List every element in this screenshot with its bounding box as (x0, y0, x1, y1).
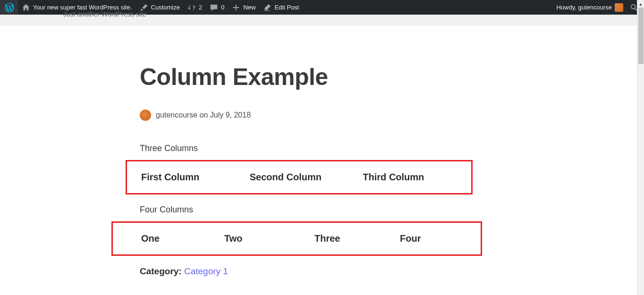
comment-icon (210, 3, 218, 12)
admin-bar-left: Your new super fast WordPress site. Cust… (0, 0, 303, 15)
col-2: Second Column (250, 172, 358, 183)
home-icon (22, 3, 30, 12)
edit-post-label: Edit Post (274, 4, 299, 11)
site-name-text: Your new super fast WordPress site. (33, 4, 132, 11)
new-label: New (243, 4, 255, 11)
plus-icon (232, 3, 240, 12)
post-category: Category: Category 1 (140, 266, 637, 277)
updates-count: 2 (199, 4, 202, 11)
updates-menu[interactable]: 2 (184, 0, 206, 15)
user-avatar (615, 3, 623, 12)
author-link[interactable]: gutencourse (156, 111, 197, 119)
post: Column Example gutencourse on July 9, 20… (140, 25, 637, 277)
col-3: Three (305, 233, 395, 244)
new-content-menu[interactable]: New (228, 0, 259, 15)
wp-logo-menu[interactable] (0, 0, 18, 15)
three-columns-label: Three Columns (140, 143, 637, 153)
three-columns-block: First Column Second Column Third Column (126, 160, 473, 194)
page-content: Column Example gutencourse on July 9, 20… (0, 25, 637, 295)
four-columns-label: Four Columns (140, 205, 637, 215)
customize-label: Customize (151, 4, 180, 11)
col-2: Two (222, 233, 305, 244)
comments-menu[interactable]: 0 (206, 0, 228, 15)
category-link[interactable]: Category 1 (184, 266, 228, 276)
post-date[interactable]: July 9, 2018 (210, 111, 251, 119)
post-title: Column Example (140, 63, 637, 91)
site-tagline: Just another WordPress site (63, 10, 146, 18)
category-label: Category: (140, 266, 184, 276)
col-1: One (113, 233, 222, 244)
my-account-menu[interactable]: Howdy, gutencourse (552, 0, 627, 15)
author-avatar (140, 110, 151, 121)
col-3: Third Column (358, 172, 471, 183)
scroll-up-arrow[interactable]: ▲ (637, 0, 644, 8)
update-icon (187, 3, 196, 12)
howdy-text: Howdy, gutencourse (556, 4, 612, 11)
col-1: First Column (127, 172, 250, 183)
comments-count: 0 (221, 4, 224, 11)
browser-scrollbar[interactable]: ▲ (637, 0, 644, 295)
col-4: Four (395, 233, 481, 244)
four-columns-block: One Two Three Four (111, 221, 482, 256)
admin-bar-right: Howdy, gutencourse (552, 0, 641, 15)
pencil-icon (263, 3, 271, 12)
edit-post-menu[interactable]: Edit Post (259, 0, 303, 15)
post-byline: gutencourse on July 9, 2018 (140, 110, 637, 121)
wordpress-logo-icon (5, 3, 14, 12)
byline-text: gutencourse on July 9, 2018 (156, 111, 251, 119)
scroll-thumb[interactable] (638, 8, 644, 64)
